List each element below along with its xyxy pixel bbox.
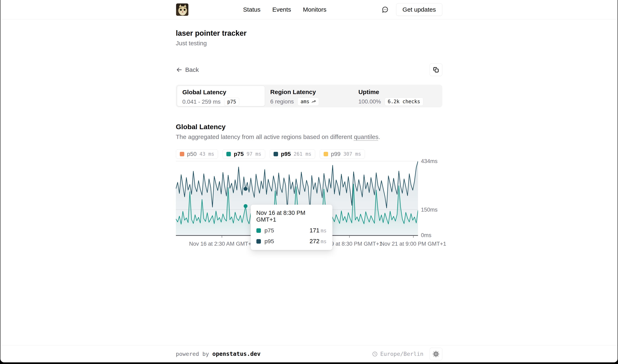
y-axis-label-zero: 0ms [421,232,431,238]
tooltip-row-p75: p75 171ms [256,227,327,234]
section-title: Global Latency [176,122,442,131]
chart-tooltip: Nov 16 at 8:30 PM GMT+1 p75 171ms p95 27… [251,205,332,250]
tab-title: Uptime [358,88,441,96]
region-pill: ams [297,98,319,106]
p95-swatch [256,239,261,244]
p75-swatch [226,152,231,156]
tab-title: Global Latency [182,88,265,96]
get-updates-button[interactable]: Get updates [396,3,442,16]
tab-value: 100.00% [358,98,381,105]
chart-legend: p50 43 ms p75 97 ms p95 261 ms p99 307 m… [176,149,442,159]
latency-chart[interactable]: 434ms 150ms 0ms Nov 16 at 8:30 PM GMT+1 … [176,160,442,248]
p95-swatch [274,152,278,156]
x-axis-label: Nov 16 at 2:30 AM GMT+1 [189,241,254,247]
back-link[interactable]: Back [176,66,199,73]
arrow-left-icon [176,66,182,73]
site-footer: powered by openstatus.dev Europe/Berlin [0,345,618,362]
timezone-display: Europe/Berlin [372,351,423,357]
clock-icon [372,351,378,357]
tab-value: 0.041 - 259 ms [182,99,221,105]
y-axis-label-max: 434ms [421,158,438,164]
tab-uptime[interactable]: Uptime 100.00% 6.2k checks [353,86,441,106]
nav-link-monitors[interactable]: Monitors [303,6,327,13]
y-axis-label-mid: 150ms [421,207,438,213]
p50-swatch [180,152,184,156]
copy-icon [432,66,439,73]
legend-p99[interactable]: p99 307 ms [320,149,365,159]
tab-title: Region Latency [270,88,353,96]
p99-swatch [324,152,328,156]
theme-toggle-button[interactable] [430,348,442,360]
tab-global-latency[interactable]: Global Latency 0.041 - 259 ms p75 [177,86,265,106]
powered-by: powered by openstatus.dev [176,351,261,357]
legend-p50[interactable]: p50 43 ms [176,149,218,159]
checks-pill: 6.2k checks [385,98,423,106]
page-title: laser pointer tracker [176,29,442,38]
nav-link-events[interactable]: Events [272,6,291,13]
main-nav: Status Events Monitors [243,6,327,13]
trending-up-icon [311,99,316,104]
p75-swatch [256,228,261,233]
cat-logo-image [176,3,189,16]
page-subtitle: Just testing [176,39,442,47]
tab-region-latency[interactable]: Region Latency 6 regions ams [265,86,353,106]
back-label: Back [185,66,199,73]
tooltip-row-p95: p95 272ms [256,238,327,245]
sun-icon [432,351,439,357]
tooltip-timestamp: Nov 16 at 8:30 PM GMT+1 [256,209,327,223]
status-page-logo[interactable] [176,3,189,16]
tab-value: 6 regions [270,98,294,105]
quantile-pill: p75 [224,98,239,106]
main-content: laser pointer tracker Just testing Back [0,19,618,345]
openstatus-link[interactable]: openstatus.dev [212,351,261,357]
section-description: The aggregated latency from all active r… [176,133,442,141]
metric-tabbar: Global Latency 0.041 - 259 ms p75 Region… [176,85,442,107]
nav-link-status[interactable]: Status [243,6,261,13]
feedback-chat-button[interactable] [381,5,389,14]
legend-p95[interactable]: p95 261 ms [270,149,315,159]
site-header: Status Events Monitors Get updates [0,0,618,19]
legend-p75[interactable]: p75 97 ms [222,149,265,159]
x-axis-label: Nov 21 at 9:00 PM GMT+1 [380,241,446,247]
quantiles-link[interactable]: quantiles [354,133,378,140]
speech-bubble-icon [381,6,389,13]
browser-page: Status Events Monitors Get updates l [0,0,618,362]
copy-link-button[interactable] [430,64,442,76]
